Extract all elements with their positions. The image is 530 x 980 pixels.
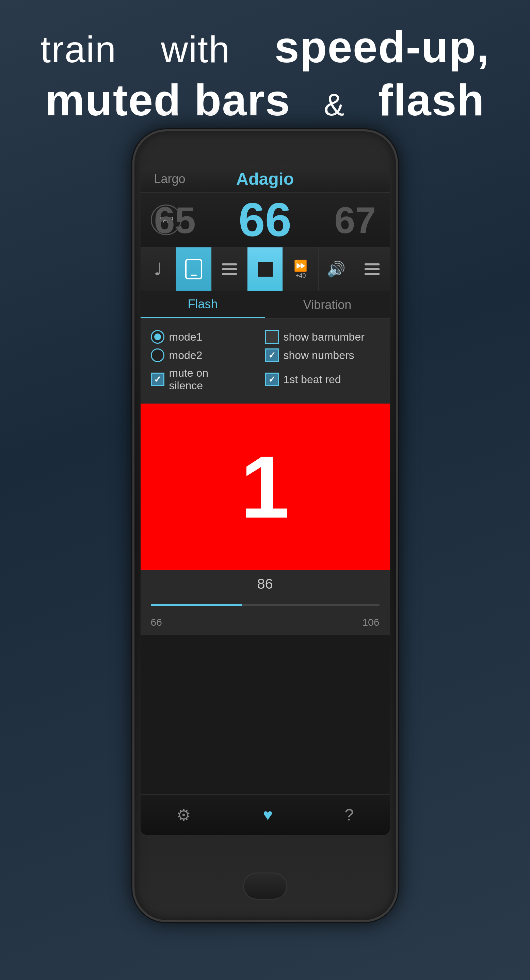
option-row-1: mode1 show barnumber	[151, 330, 380, 344]
bpm-main: 66	[239, 192, 292, 247]
tempo-bar: Largo Adagio	[140, 165, 390, 192]
bars-icon	[222, 263, 237, 275]
bpm-right: 67	[334, 198, 376, 242]
ff-icon: ⏩ +40	[294, 259, 307, 279]
option-mute-silence: mute onsilence	[151, 367, 265, 392]
toolbar-stop-button[interactable]	[247, 247, 283, 291]
question-icon: ?	[344, 806, 354, 824]
toolbar-phone-button[interactable]	[176, 247, 212, 291]
tab-flash[interactable]: Flash	[140, 291, 265, 318]
slider-area: 86 66 106	[140, 570, 390, 635]
bpm-area: TAP 65 66 67	[140, 192, 390, 247]
gear-icon: ⚙	[176, 806, 191, 824]
option-mode2: mode2	[151, 348, 265, 362]
slider-value: 86	[151, 576, 380, 592]
header-train: train	[40, 28, 116, 70]
home-button[interactable]	[243, 872, 287, 900]
slider-fill	[151, 604, 242, 606]
toolbar-bars-button[interactable]	[212, 247, 247, 291]
checkbox-mute-silence[interactable]	[151, 372, 164, 386]
nav-settings[interactable]: ⚙	[176, 805, 191, 824]
bottom-nav: ⚙ ♥ ?	[140, 794, 390, 835]
header-amp: &	[324, 88, 345, 122]
slider-track[interactable]	[151, 604, 380, 606]
toolbar: ♩ ⏩ +40	[140, 247, 390, 291]
header-speedup: speed-up,	[275, 22, 490, 72]
nav-help[interactable]: ?	[344, 805, 354, 824]
menu-icon	[364, 263, 380, 275]
phone-screen: Largo Adagio TAP 65 66 67 ♩	[140, 165, 390, 835]
toolbar-note-button[interactable]: ♩	[140, 247, 176, 291]
label-1st-beat-red: 1st beat red	[283, 373, 341, 386]
checkbox-show-numbers[interactable]	[265, 348, 279, 362]
phone-icon	[185, 259, 202, 279]
label-mode2: mode2	[169, 349, 202, 362]
header-flash: flash	[378, 75, 485, 125]
header-with: with	[161, 28, 231, 70]
label-mode1: mode1	[169, 331, 202, 343]
checkbox-show-barnumber[interactable]	[265, 330, 279, 344]
flash-beat-number: 1	[240, 436, 290, 538]
option-1st-beat-red: 1st beat red	[265, 372, 380, 386]
bpm-left: 65	[154, 198, 196, 242]
heart-icon: ♥	[263, 806, 273, 824]
volume-icon: 🔊	[327, 260, 345, 278]
option-row-3: mute onsilence 1st beat red	[151, 367, 380, 392]
radio-mode1[interactable]	[151, 330, 164, 344]
option-row-2: mode2 show numbers	[151, 348, 380, 362]
label-show-barnumber: show barnumber	[283, 331, 364, 343]
tab-bar: Flash Vibration	[140, 291, 390, 318]
nav-favorites[interactable]: ♥	[263, 805, 273, 824]
radio-mode2[interactable]	[151, 348, 164, 362]
stop-icon	[258, 262, 273, 277]
label-show-numbers: show numbers	[283, 349, 354, 362]
tempo-label-center: Adagio	[236, 169, 294, 189]
note-icon: ♩	[154, 259, 162, 279]
phone-frame: Largo Adagio TAP 65 66 67 ♩	[132, 129, 398, 922]
checkbox-1st-beat-red[interactable]	[265, 372, 279, 386]
slider-max-label: 106	[362, 617, 379, 628]
tab-vibration[interactable]: Vibration	[265, 291, 390, 318]
slider-min-label: 66	[151, 617, 162, 628]
slider-labels: 66 106	[151, 617, 380, 628]
header: train with speed-up, muted bars & flash	[0, 21, 530, 127]
tempo-label-left: Largo	[154, 172, 186, 186]
header-muted-bars: muted bars	[45, 75, 291, 125]
option-show-barnumber: show barnumber	[265, 330, 380, 344]
toolbar-ff-button[interactable]: ⏩ +40	[283, 247, 318, 291]
option-show-numbers: show numbers	[265, 348, 380, 362]
slider-track-container	[151, 595, 380, 615]
flash-display: 1	[140, 404, 390, 570]
option-mode1: mode1	[151, 330, 265, 344]
options-area: mode1 show barnumber mode2 show numbers	[140, 318, 390, 404]
toolbar-menu-button[interactable]	[354, 247, 390, 291]
toolbar-volume-button[interactable]: 🔊	[318, 247, 354, 291]
label-mute-silence: mute onsilence	[169, 367, 208, 392]
